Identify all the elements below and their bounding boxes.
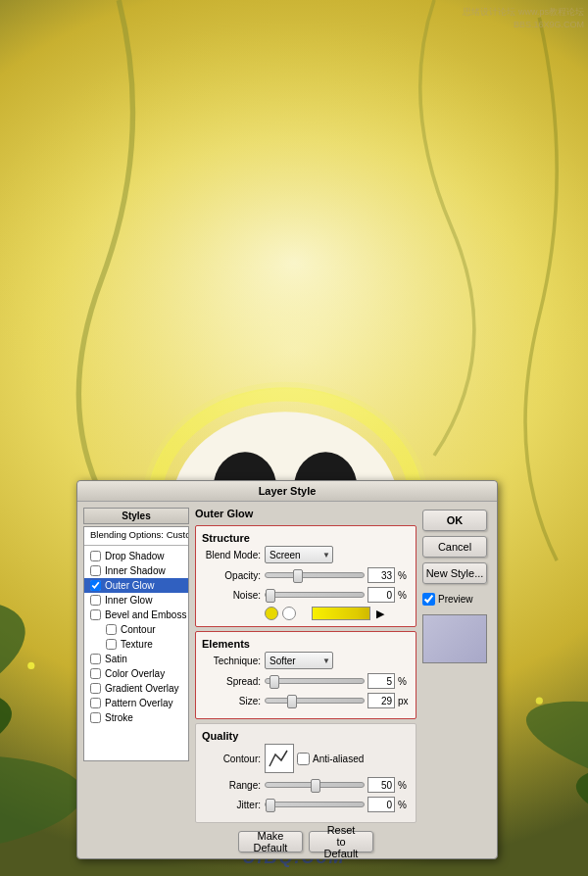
outer-glow-label: Outer Glow bbox=[105, 580, 155, 591]
ok-button[interactable]: OK bbox=[422, 510, 487, 531]
blend-mode-row: Blend Mode: Screen ▼ bbox=[202, 546, 410, 563]
style-item-pattern-overlay[interactable]: Pattern Overlay bbox=[84, 696, 188, 710]
style-item-color-overlay[interactable]: Color Overlay bbox=[84, 666, 188, 681]
opacity-slider[interactable] bbox=[265, 572, 365, 578]
spread-unit: % bbox=[398, 676, 410, 687]
noise-thumb[interactable] bbox=[266, 589, 275, 603]
preview-thumbnail bbox=[422, 614, 487, 663]
noise-control: % bbox=[265, 587, 410, 603]
anti-aliased-label[interactable]: Anti-aliased bbox=[297, 753, 364, 765]
size-control: px bbox=[265, 693, 410, 708]
jitter-thumb[interactable] bbox=[266, 799, 275, 812]
jitter-slider[interactable] bbox=[265, 802, 365, 807]
style-item-inner-glow[interactable]: Inner Glow bbox=[84, 593, 188, 608]
drop-shadow-checkbox[interactable] bbox=[90, 551, 101, 561]
technique-value: Softer bbox=[270, 656, 296, 666]
opacity-unit: % bbox=[398, 570, 410, 581]
outer-glow-section-title: Outer Glow bbox=[195, 508, 416, 519]
quality-section-title: Quality bbox=[202, 730, 410, 742]
range-slider[interactable] bbox=[265, 782, 365, 788]
color-dot-white[interactable] bbox=[282, 607, 296, 620]
technique-arrow: ▼ bbox=[322, 657, 330, 665]
color-dot-yellow[interactable] bbox=[265, 607, 278, 620]
inner-shadow-label: Inner Shadow bbox=[105, 565, 166, 576]
size-input[interactable] bbox=[368, 693, 395, 708]
style-item-blending-options[interactable]: Blending Options: Custom bbox=[84, 527, 188, 542]
noise-slider[interactable] bbox=[265, 592, 365, 598]
range-input[interactable] bbox=[368, 777, 395, 793]
styles-header: Styles bbox=[83, 508, 189, 524]
preview-label: Preview bbox=[438, 594, 473, 605]
contour-form-label: Contour: bbox=[202, 754, 261, 764]
spread-thumb[interactable] bbox=[270, 675, 279, 689]
noise-input[interactable] bbox=[368, 587, 395, 603]
style-item-stroke[interactable]: Stroke bbox=[84, 710, 188, 725]
blend-mode-label: Blend Mode: bbox=[202, 550, 261, 560]
spread-slider[interactable] bbox=[265, 678, 365, 684]
jitter-unit: % bbox=[398, 800, 410, 810]
buttons-panel: OK Cancel New Style... Preview bbox=[422, 508, 491, 852]
stroke-checkbox[interactable] bbox=[90, 712, 101, 723]
style-item-gradient-overlay[interactable]: Gradient Overlay bbox=[84, 681, 188, 696]
stroke-label: Stroke bbox=[105, 712, 133, 723]
technique-row: Technique: Softer ▼ bbox=[202, 652, 410, 669]
opacity-control: % bbox=[265, 567, 410, 583]
make-default-button[interactable]: Make Default bbox=[238, 831, 303, 852]
inner-glow-checkbox[interactable] bbox=[90, 595, 101, 606]
satin-checkbox[interactable] bbox=[90, 654, 101, 664]
elements-section-title: Elements bbox=[202, 638, 410, 650]
pattern-overlay-label: Pattern Overlay bbox=[105, 698, 172, 708]
anti-aliased-text: Anti-aliased bbox=[313, 754, 364, 764]
opacity-label: Opacity: bbox=[202, 570, 261, 581]
range-label: Range: bbox=[202, 780, 261, 791]
range-unit: % bbox=[398, 780, 410, 791]
bevel-emboss-checkbox[interactable] bbox=[90, 609, 101, 620]
quality-section: Quality Contour: Anti-aliased bbox=[195, 723, 416, 823]
contour-checkbox[interactable] bbox=[106, 624, 117, 635]
spread-input[interactable] bbox=[368, 673, 395, 689]
layer-style-dialog: Layer Style Styles Blending Options: Cus… bbox=[76, 480, 498, 859]
range-thumb[interactable] bbox=[311, 779, 320, 793]
style-item-drop-shadow[interactable]: Drop Shadow bbox=[84, 549, 188, 563]
main-panel: Outer Glow Structure Blend Mode: Screen … bbox=[195, 508, 416, 852]
contour-preview[interactable] bbox=[265, 744, 294, 773]
opacity-input[interactable] bbox=[368, 567, 395, 583]
new-style-button[interactable]: New Style... bbox=[422, 562, 487, 584]
preview-checkbox[interactable] bbox=[422, 593, 435, 606]
texture-checkbox[interactable] bbox=[106, 639, 117, 650]
technique-label: Technique: bbox=[202, 656, 261, 666]
technique-select[interactable]: Softer ▼ bbox=[265, 652, 333, 669]
satin-label: Satin bbox=[105, 654, 127, 664]
size-thumb[interactable] bbox=[287, 695, 297, 708]
spread-label: Spread: bbox=[202, 676, 261, 687]
range-control: % bbox=[265, 777, 410, 793]
outer-glow-checkbox[interactable] bbox=[90, 580, 101, 591]
cancel-button[interactable]: Cancel bbox=[422, 536, 487, 558]
blend-mode-select[interactable]: Screen ▼ bbox=[265, 546, 333, 563]
style-item-contour[interactable]: Contour bbox=[84, 622, 188, 637]
reset-default-button[interactable]: Reset to Default bbox=[309, 831, 373, 852]
color-swatch-yellow[interactable] bbox=[312, 607, 370, 620]
color-overlay-label: Color Overlay bbox=[105, 668, 165, 679]
style-item-texture[interactable]: Texture bbox=[84, 637, 188, 652]
style-item-bevel-emboss[interactable]: Bevel and Emboss bbox=[84, 608, 188, 622]
contour-control: Anti-aliased bbox=[265, 744, 410, 773]
gradient-overlay-label: Gradient Overlay bbox=[105, 683, 179, 694]
jitter-label: Jitter: bbox=[202, 800, 261, 810]
jitter-control: % bbox=[265, 797, 410, 812]
styles-panel: Styles Blending Options: Custom Drop Sha… bbox=[83, 508, 189, 852]
style-item-satin[interactable]: Satin bbox=[84, 652, 188, 666]
elements-section: Elements Technique: Softer ▼ Spread: bbox=[195, 631, 416, 719]
style-item-outer-glow[interactable]: Outer Glow bbox=[84, 578, 188, 593]
jitter-input[interactable] bbox=[368, 797, 395, 812]
size-slider[interactable] bbox=[265, 698, 365, 704]
color-overlay-checkbox[interactable] bbox=[90, 668, 101, 679]
opacity-thumb[interactable] bbox=[293, 569, 303, 583]
opacity-row: Opacity: % bbox=[202, 567, 410, 583]
inner-shadow-checkbox[interactable] bbox=[90, 565, 101, 576]
pattern-overlay-checkbox[interactable] bbox=[90, 698, 101, 708]
gradient-overlay-checkbox[interactable] bbox=[90, 683, 101, 694]
anti-aliased-checkbox[interactable] bbox=[297, 753, 310, 765]
style-item-inner-shadow[interactable]: Inner Shadow bbox=[84, 563, 188, 578]
blending-options-label: Blending Options: Custom bbox=[90, 529, 189, 540]
